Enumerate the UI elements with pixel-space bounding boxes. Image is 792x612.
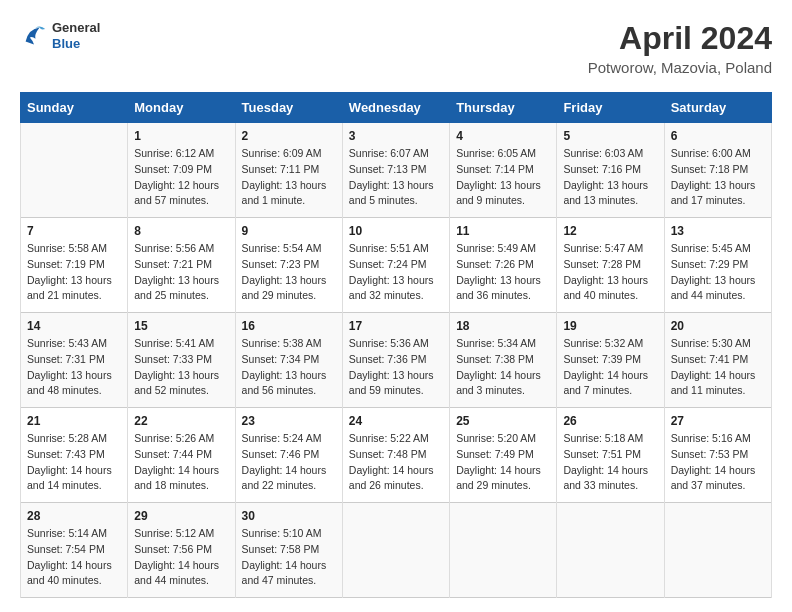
week-row-4: 21Sunrise: 5:28 AMSunset: 7:43 PMDayligh… xyxy=(21,408,772,503)
day-info: Sunrise: 5:26 AMSunset: 7:44 PMDaylight:… xyxy=(134,431,228,494)
day-cell: 21Sunrise: 5:28 AMSunset: 7:43 PMDayligh… xyxy=(21,408,128,503)
day-number: 1 xyxy=(134,129,228,143)
day-cell: 28Sunrise: 5:14 AMSunset: 7:54 PMDayligh… xyxy=(21,503,128,598)
day-info: Sunrise: 5:20 AMSunset: 7:49 PMDaylight:… xyxy=(456,431,550,494)
column-header-thursday: Thursday xyxy=(450,93,557,123)
day-cell: 6Sunrise: 6:00 AMSunset: 7:18 PMDaylight… xyxy=(664,123,771,218)
week-row-2: 7Sunrise: 5:58 AMSunset: 7:19 PMDaylight… xyxy=(21,218,772,313)
day-cell xyxy=(450,503,557,598)
day-info: Sunrise: 5:49 AMSunset: 7:26 PMDaylight:… xyxy=(456,241,550,304)
day-info: Sunrise: 6:00 AMSunset: 7:18 PMDaylight:… xyxy=(671,146,765,209)
day-cell: 8Sunrise: 5:56 AMSunset: 7:21 PMDaylight… xyxy=(128,218,235,313)
day-number: 13 xyxy=(671,224,765,238)
day-info: Sunrise: 5:28 AMSunset: 7:43 PMDaylight:… xyxy=(27,431,121,494)
day-info: Sunrise: 5:30 AMSunset: 7:41 PMDaylight:… xyxy=(671,336,765,399)
day-cell: 1Sunrise: 6:12 AMSunset: 7:09 PMDaylight… xyxy=(128,123,235,218)
day-info: Sunrise: 5:58 AMSunset: 7:19 PMDaylight:… xyxy=(27,241,121,304)
week-row-1: 1Sunrise: 6:12 AMSunset: 7:09 PMDaylight… xyxy=(21,123,772,218)
day-cell: 15Sunrise: 5:41 AMSunset: 7:33 PMDayligh… xyxy=(128,313,235,408)
day-cell: 11Sunrise: 5:49 AMSunset: 7:26 PMDayligh… xyxy=(450,218,557,313)
day-number: 4 xyxy=(456,129,550,143)
day-number: 19 xyxy=(563,319,657,333)
day-cell: 12Sunrise: 5:47 AMSunset: 7:28 PMDayligh… xyxy=(557,218,664,313)
day-info: Sunrise: 5:36 AMSunset: 7:36 PMDaylight:… xyxy=(349,336,443,399)
day-info: Sunrise: 6:03 AMSunset: 7:16 PMDaylight:… xyxy=(563,146,657,209)
day-info: Sunrise: 5:45 AMSunset: 7:29 PMDaylight:… xyxy=(671,241,765,304)
day-cell: 26Sunrise: 5:18 AMSunset: 7:51 PMDayligh… xyxy=(557,408,664,503)
day-info: Sunrise: 5:51 AMSunset: 7:24 PMDaylight:… xyxy=(349,241,443,304)
day-cell xyxy=(21,123,128,218)
header-row: SundayMondayTuesdayWednesdayThursdayFrid… xyxy=(21,93,772,123)
day-info: Sunrise: 5:43 AMSunset: 7:31 PMDaylight:… xyxy=(27,336,121,399)
day-number: 21 xyxy=(27,414,121,428)
day-cell xyxy=(557,503,664,598)
day-number: 3 xyxy=(349,129,443,143)
day-cell: 27Sunrise: 5:16 AMSunset: 7:53 PMDayligh… xyxy=(664,408,771,503)
day-number: 17 xyxy=(349,319,443,333)
day-cell: 19Sunrise: 5:32 AMSunset: 7:39 PMDayligh… xyxy=(557,313,664,408)
day-info: Sunrise: 5:10 AMSunset: 7:58 PMDaylight:… xyxy=(242,526,336,589)
day-number: 12 xyxy=(563,224,657,238)
day-cell: 29Sunrise: 5:12 AMSunset: 7:56 PMDayligh… xyxy=(128,503,235,598)
day-cell: 5Sunrise: 6:03 AMSunset: 7:16 PMDaylight… xyxy=(557,123,664,218)
day-cell: 10Sunrise: 5:51 AMSunset: 7:24 PMDayligh… xyxy=(342,218,449,313)
column-header-wednesday: Wednesday xyxy=(342,93,449,123)
day-number: 15 xyxy=(134,319,228,333)
day-number: 11 xyxy=(456,224,550,238)
logo-text: General Blue xyxy=(52,20,100,51)
day-cell: 24Sunrise: 5:22 AMSunset: 7:48 PMDayligh… xyxy=(342,408,449,503)
day-cell: 7Sunrise: 5:58 AMSunset: 7:19 PMDaylight… xyxy=(21,218,128,313)
day-number: 23 xyxy=(242,414,336,428)
day-info: Sunrise: 5:24 AMSunset: 7:46 PMDaylight:… xyxy=(242,431,336,494)
day-number: 10 xyxy=(349,224,443,238)
calendar-subtitle: Potworow, Mazovia, Poland xyxy=(588,59,772,76)
day-cell: 3Sunrise: 6:07 AMSunset: 7:13 PMDaylight… xyxy=(342,123,449,218)
day-info: Sunrise: 5:22 AMSunset: 7:48 PMDaylight:… xyxy=(349,431,443,494)
logo-icon xyxy=(20,22,48,50)
day-info: Sunrise: 5:56 AMSunset: 7:21 PMDaylight:… xyxy=(134,241,228,304)
day-info: Sunrise: 5:34 AMSunset: 7:38 PMDaylight:… xyxy=(456,336,550,399)
day-number: 20 xyxy=(671,319,765,333)
day-info: Sunrise: 5:14 AMSunset: 7:54 PMDaylight:… xyxy=(27,526,121,589)
page-header: General Blue April 2024 Potworow, Mazovi… xyxy=(20,20,772,76)
column-header-friday: Friday xyxy=(557,93,664,123)
day-number: 22 xyxy=(134,414,228,428)
day-number: 18 xyxy=(456,319,550,333)
day-number: 6 xyxy=(671,129,765,143)
column-header-monday: Monday xyxy=(128,93,235,123)
day-cell: 13Sunrise: 5:45 AMSunset: 7:29 PMDayligh… xyxy=(664,218,771,313)
day-cell xyxy=(664,503,771,598)
day-info: Sunrise: 5:32 AMSunset: 7:39 PMDaylight:… xyxy=(563,336,657,399)
day-number: 28 xyxy=(27,509,121,523)
column-header-tuesday: Tuesday xyxy=(235,93,342,123)
title-block: April 2024 Potworow, Mazovia, Poland xyxy=(588,20,772,76)
day-cell: 4Sunrise: 6:05 AMSunset: 7:14 PMDaylight… xyxy=(450,123,557,218)
day-info: Sunrise: 5:54 AMSunset: 7:23 PMDaylight:… xyxy=(242,241,336,304)
day-number: 7 xyxy=(27,224,121,238)
logo: General Blue xyxy=(20,20,100,51)
day-cell: 23Sunrise: 5:24 AMSunset: 7:46 PMDayligh… xyxy=(235,408,342,503)
day-number: 16 xyxy=(242,319,336,333)
day-info: Sunrise: 6:07 AMSunset: 7:13 PMDaylight:… xyxy=(349,146,443,209)
day-info: Sunrise: 5:16 AMSunset: 7:53 PMDaylight:… xyxy=(671,431,765,494)
day-info: Sunrise: 6:09 AMSunset: 7:11 PMDaylight:… xyxy=(242,146,336,209)
day-number: 8 xyxy=(134,224,228,238)
day-cell: 2Sunrise: 6:09 AMSunset: 7:11 PMDaylight… xyxy=(235,123,342,218)
day-cell: 20Sunrise: 5:30 AMSunset: 7:41 PMDayligh… xyxy=(664,313,771,408)
day-cell: 25Sunrise: 5:20 AMSunset: 7:49 PMDayligh… xyxy=(450,408,557,503)
day-cell: 22Sunrise: 5:26 AMSunset: 7:44 PMDayligh… xyxy=(128,408,235,503)
column-header-saturday: Saturday xyxy=(664,93,771,123)
day-number: 2 xyxy=(242,129,336,143)
day-number: 25 xyxy=(456,414,550,428)
day-cell: 16Sunrise: 5:38 AMSunset: 7:34 PMDayligh… xyxy=(235,313,342,408)
day-info: Sunrise: 5:47 AMSunset: 7:28 PMDaylight:… xyxy=(563,241,657,304)
day-info: Sunrise: 5:41 AMSunset: 7:33 PMDaylight:… xyxy=(134,336,228,399)
day-cell: 18Sunrise: 5:34 AMSunset: 7:38 PMDayligh… xyxy=(450,313,557,408)
week-row-3: 14Sunrise: 5:43 AMSunset: 7:31 PMDayligh… xyxy=(21,313,772,408)
logo-blue: Blue xyxy=(52,36,100,52)
day-cell: 17Sunrise: 5:36 AMSunset: 7:36 PMDayligh… xyxy=(342,313,449,408)
day-number: 9 xyxy=(242,224,336,238)
day-cell: 14Sunrise: 5:43 AMSunset: 7:31 PMDayligh… xyxy=(21,313,128,408)
day-info: Sunrise: 5:12 AMSunset: 7:56 PMDaylight:… xyxy=(134,526,228,589)
column-header-sunday: Sunday xyxy=(21,93,128,123)
